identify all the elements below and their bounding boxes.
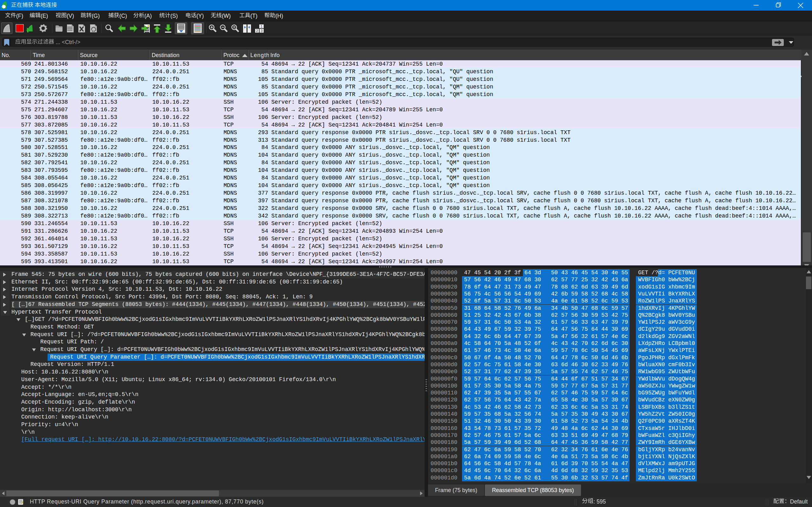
svg-text:2: 2: [256, 29, 258, 33]
svg-text:3: 3: [261, 29, 263, 33]
svg-text:1: 1: [260, 24, 262, 28]
